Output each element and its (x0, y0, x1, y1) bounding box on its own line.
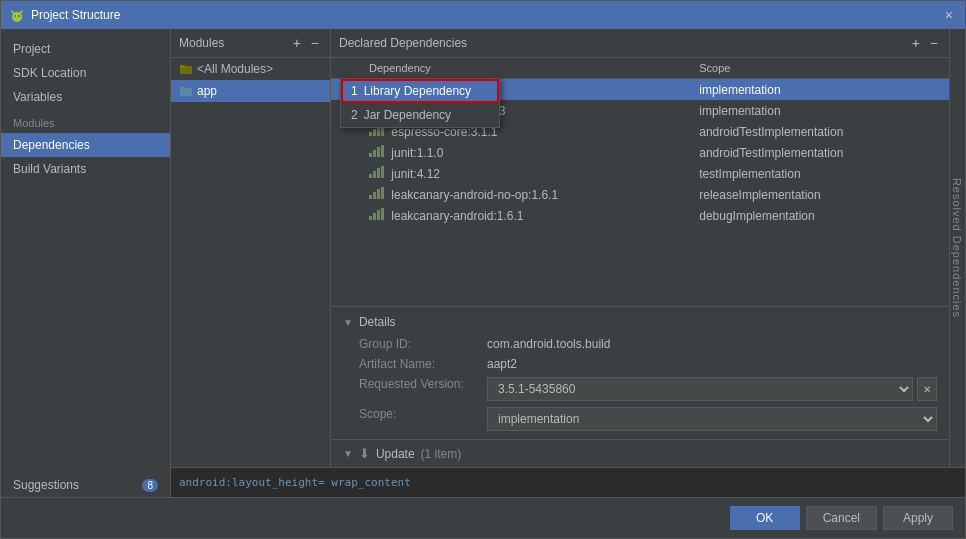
sidebar-item-build-variants[interactable]: Build Variants (1, 157, 170, 181)
dep-name-6: leakcanary-android-no-op:1.6.1 (361, 184, 691, 205)
svg-point-4 (14, 15, 16, 17)
dep-scope-1: implementation (691, 79, 949, 101)
modules-list: <All Modules> app (171, 58, 330, 467)
svg-line-2 (12, 11, 14, 14)
dropdown-item-1-label: Library Dependency (364, 84, 471, 98)
deps-remove-button[interactable]: − (927, 35, 941, 51)
dep-row-5[interactable]: junit:4.12 testImplementation (331, 163, 949, 184)
details-section: ▼ Details Group ID: com.android.tools.bu… (331, 306, 949, 439)
dep-name-4: junit:1.1.0 (361, 142, 691, 163)
update-section[interactable]: ▼ ⬇ Update (1 item) (331, 439, 949, 467)
bottom-code-bar: android:layout_height= wrap_content (171, 467, 965, 497)
dialog-title: Project Structure (31, 8, 941, 22)
dep-scope-2: implementation (691, 100, 949, 121)
svg-rect-9 (180, 87, 185, 90)
dep-scope-7: debugImplementation (691, 205, 949, 226)
dep-bar-icon-4 (369, 145, 384, 157)
dep-name-7: leakcanary-android:1.6.1 (361, 205, 691, 226)
modules-section-header: Modules (1, 109, 170, 133)
dep-num-7 (331, 205, 361, 226)
dep-scope-6: releaseImplementation (691, 184, 949, 205)
resolved-label: Resolved Dependencies (952, 178, 964, 318)
update-download-icon: ⬇ (359, 446, 370, 461)
sidebar-item-project[interactable]: Project (1, 37, 170, 61)
col-num (331, 58, 361, 79)
dep-scope-3: androidTestImplementation (691, 121, 949, 142)
update-count: (1 item) (421, 447, 462, 461)
scope-label: Scope: (359, 407, 479, 431)
update-triangle-icon: ▼ (343, 448, 353, 459)
dropdown-library-dep[interactable]: 1 Library Dependency (341, 79, 499, 103)
main-content: Modules + − (171, 29, 965, 497)
sidebar-item-variables[interactable]: Variables (1, 85, 170, 109)
dep-scope-5: testImplementation (691, 163, 949, 184)
col-scope: Scope (691, 58, 949, 79)
deps-toolbar: + − (909, 35, 941, 51)
apply-button[interactable]: Apply (883, 506, 953, 530)
dropdown-jar-dep[interactable]: 2 Jar Dependency (341, 103, 499, 127)
sidebar-item-sdk-location[interactable]: SDK Location (1, 61, 170, 85)
dep-num-5 (331, 163, 361, 184)
details-grid: Group ID: com.android.tools.build Artifa… (359, 337, 937, 431)
details-triangle-icon: ▼ (343, 317, 353, 328)
module-item-app[interactable]: app (171, 80, 330, 102)
dep-bar-icon-6 (369, 187, 384, 199)
scope-select[interactable]: implementation (487, 407, 937, 431)
sidebar-item-suggestions[interactable]: Suggestions 8 (1, 473, 170, 497)
modules-add-button[interactable]: + (290, 35, 304, 51)
details-header[interactable]: ▼ Details (343, 315, 937, 329)
dropdown-item-2-num: 2 (351, 108, 358, 122)
sidebar: Project SDK Location Variables Modules D… (1, 29, 171, 497)
deps-panel-header: Declared Dependencies + − (331, 29, 949, 58)
panels-row: Modules + − (171, 29, 965, 467)
dep-scope-4: androidTestImplementation (691, 142, 949, 163)
requested-version-clear-button[interactable]: ✕ (917, 377, 937, 401)
dep-row-7[interactable]: leakcanary-android:1.6.1 debugImplementa… (331, 205, 949, 226)
artifact-name-label: Artifact Name: (359, 357, 479, 371)
group-id-value: com.android.tools.build (487, 337, 937, 351)
project-structure-dialog: Project Structure × Project SDK Location… (0, 0, 966, 539)
col-dependency: Dependency (361, 58, 691, 79)
dropdown-popup: 1 Library Dependency 2 Jar Dependency (340, 78, 500, 128)
svg-point-5 (18, 15, 20, 17)
dep-row-4[interactable]: junit:1.1.0 androidTestImplementation (331, 142, 949, 163)
dropdown-item-1-num: 1 (351, 84, 358, 98)
deps-table-header-row: Dependency Scope (331, 58, 949, 79)
requested-version-select[interactable]: 3.5.1-5435860 (487, 377, 913, 401)
requested-version-field: 3.5.1-5435860 ✕ (487, 377, 937, 401)
modules-toolbar: + − (290, 35, 322, 51)
dep-name-5: junit:4.12 (361, 163, 691, 184)
deps-add-button[interactable]: + (909, 35, 923, 51)
title-bar: Project Structure × (1, 1, 965, 29)
requested-version-label: Requested Version: (359, 377, 479, 401)
close-button[interactable]: × (941, 5, 957, 25)
update-label: Update (376, 447, 415, 461)
modules-panel: Modules + − (171, 29, 331, 467)
dropdown-item-2-label: Jar Dependency (364, 108, 451, 122)
artifact-name-value: aapt2 (487, 357, 937, 371)
module-item-all[interactable]: <All Modules> (171, 58, 330, 80)
resolved-dependencies-panel: Resolved Dependencies (949, 29, 965, 467)
suggestions-badge: 8 (142, 479, 158, 492)
dep-bar-icon-7 (369, 208, 384, 220)
cancel-button[interactable]: Cancel (806, 506, 877, 530)
sidebar-item-dependencies[interactable]: Dependencies (1, 133, 170, 157)
modules-remove-button[interactable]: − (308, 35, 322, 51)
dep-bar-icon-5 (369, 166, 384, 178)
scope-field: implementation (487, 407, 937, 431)
module-folder-icon (179, 62, 193, 76)
footer: OK Cancel Apply (1, 497, 965, 538)
bottom-code-text: android:layout_height= wrap_content (179, 476, 411, 489)
dep-num-4 (331, 142, 361, 163)
dep-row-6[interactable]: leakcanary-android-no-op:1.6.1 releaseIm… (331, 184, 949, 205)
modules-panel-header: Modules + − (171, 29, 330, 58)
svg-rect-1 (13, 14, 21, 20)
dep-num-6 (331, 184, 361, 205)
ok-button[interactable]: OK (730, 506, 800, 530)
svg-line-3 (20, 11, 22, 14)
android-icon (9, 7, 25, 23)
svg-rect-7 (180, 65, 185, 68)
group-id-label: Group ID: (359, 337, 479, 351)
module-app-icon (179, 84, 193, 98)
